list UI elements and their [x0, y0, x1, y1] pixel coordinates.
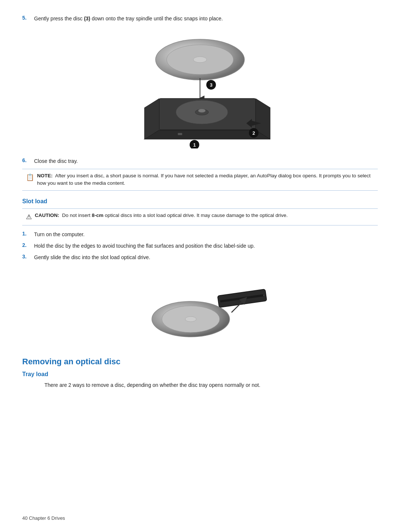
caution-label: CAUTION: — [35, 213, 59, 218]
svg-point-2 — [193, 57, 207, 63]
step-6-number: 6. — [22, 157, 34, 165]
slot-step-3: 3. Gently slide the disc into the slot l… — [22, 254, 378, 261]
slot-load-svg — [122, 272, 278, 346]
slot-load-heading: Slot load — [22, 198, 378, 205]
slot-step-1-text: Turn on the computer. — [34, 231, 378, 238]
svg-text:2: 2 — [252, 130, 255, 136]
removing-heading: Removing an optical disc — [22, 357, 378, 367]
step-5-number: 5. — [22, 15, 34, 23]
step-6-text: Close the disc tray. — [34, 157, 378, 165]
note-text: NOTE: After you insert a disc, a short p… — [37, 172, 374, 187]
step-6: 6. Close the disc tray. — [22, 157, 378, 165]
slot-step-3-number: 3. — [22, 254, 34, 261]
step-5: 5. Gently press the disc (3) down onto t… — [22, 15, 378, 23]
tray-load-subheading: Tray load — [22, 371, 378, 378]
svg-text:3: 3 — [210, 82, 212, 88]
svg-point-21 — [185, 317, 196, 322]
slot-step-2: 2. Hold the disc by the edges to avoid t… — [22, 242, 378, 250]
step-5-text: Gently press the disc (3) down onto the … — [34, 15, 378, 23]
svg-text:1: 1 — [193, 142, 196, 148]
slot-step-3-text: Gently slide the disc into the slot load… — [34, 254, 378, 261]
note-icon: 📋 — [26, 173, 34, 183]
footer: 40 Chapter 6 Drives — [22, 515, 65, 521]
slot-step-1-number: 1. — [22, 231, 34, 238]
slot-step-1: 1. Turn on the computer. — [22, 231, 378, 238]
disc-tray-svg: 3 1 2 — [130, 30, 270, 148]
tray-load-text: There are 2 ways to remove a disc, depen… — [44, 381, 378, 389]
caution-box: ⚠ CAUTION: Do not insert 8-cm optical di… — [22, 208, 378, 225]
svg-rect-11 — [178, 133, 182, 135]
svg-point-9 — [198, 109, 206, 113]
disc-tray-figure: 3 1 2 — [22, 30, 378, 148]
slot-load-figure — [22, 272, 378, 346]
note-box: 📋 NOTE: After you insert a disc, a short… — [22, 169, 378, 191]
caution-icon: ⚠ — [26, 212, 32, 222]
slot-step-2-number: 2. — [22, 242, 34, 250]
slot-step-2-text: Hold the disc by the edges to avoid touc… — [34, 242, 378, 250]
note-label: NOTE: — [37, 173, 53, 178]
caution-text: CAUTION: Do not insert 8-cm optical disc… — [35, 212, 288, 219]
